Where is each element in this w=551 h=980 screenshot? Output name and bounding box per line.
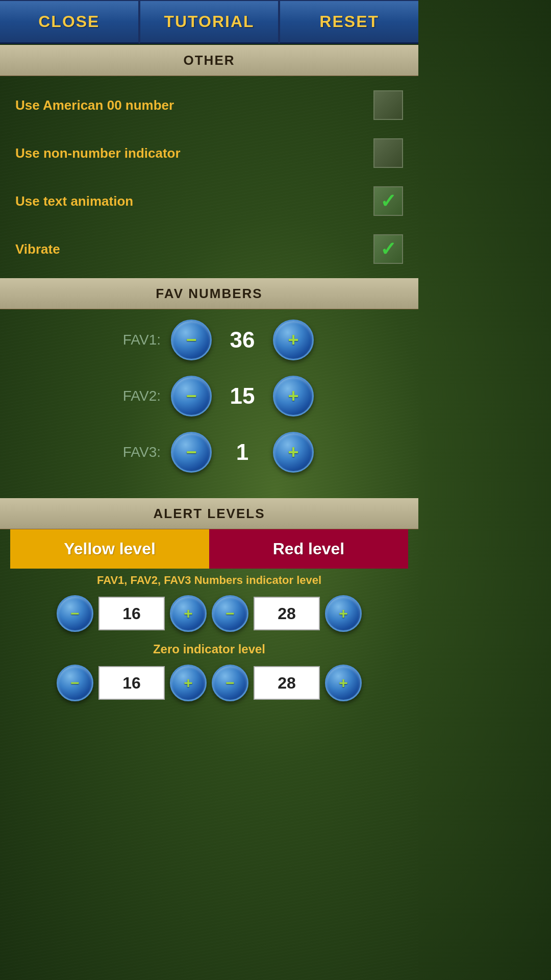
setting-label-text-animation: Use text animation (15, 193, 133, 209)
fav2-value: 15 (222, 383, 263, 409)
alert-zero-label: Zero indicator level (10, 642, 408, 656)
setting-label-vibrate: Vibrate (15, 241, 60, 257)
fav1-increment-button[interactable]: + (273, 320, 314, 360)
other-section-header: OTHER (0, 45, 418, 76)
alert-zero-controls: − 16 + − 28 + (10, 665, 408, 701)
plus-icon-4: + (184, 606, 193, 621)
plus-icon-7: + (339, 675, 348, 691)
setting-row-text-animation: Use text animation ✓ (10, 177, 408, 225)
checkbox-text-animation[interactable]: ✓ (373, 186, 403, 216)
minus-icon-6: − (70, 675, 80, 691)
alert-fav-val2-input[interactable]: 28 (254, 597, 320, 630)
reset-button[interactable]: RESET (279, 0, 418, 44)
checkmark-icon: ✓ (380, 191, 396, 211)
fav2-label: FAV2: (105, 388, 161, 404)
alert-fav-val1-increment-button[interactable]: + (170, 595, 207, 632)
plus-icon-3: + (288, 443, 298, 461)
close-button[interactable]: CLOSE (0, 0, 139, 44)
checkbox-non-number[interactable] (373, 138, 403, 168)
setting-row-non-number: Use non-number indicator (10, 129, 408, 177)
checkmark-icon-2: ✓ (380, 239, 396, 259)
fav1-value: 36 (222, 327, 263, 353)
fav3-row: FAV3: − 1 + (15, 432, 403, 473)
alert-fav-val1-input[interactable]: 16 (98, 597, 165, 630)
yellow-level-indicator: Yellow level (10, 529, 209, 569)
minus-icon: − (186, 331, 196, 349)
fav2-row: FAV2: − 15 + (15, 376, 403, 416)
plus-icon: + (288, 331, 298, 349)
alert-fav-label: FAV1, FAV2, FAV3 Numbers indicator level (10, 574, 408, 587)
alert-zero-val1-input[interactable]: 16 (98, 666, 165, 700)
alert-zero-val1-increment-button[interactable]: + (170, 665, 207, 701)
plus-icon-6: + (184, 675, 193, 691)
checkbox-american-00[interactable] (373, 90, 403, 120)
settings-section: Use American 00 number Use non-number in… (0, 76, 418, 278)
minus-icon-5: − (226, 606, 235, 621)
minus-icon-4: − (70, 606, 80, 621)
alert-levels-section: Yellow level Red level FAV1, FAV2, FAV3 … (0, 529, 418, 722)
red-level-indicator: Red level (209, 529, 408, 569)
plus-icon-2: + (288, 387, 298, 405)
top-bar: CLOSE TUTORIAL RESET (0, 0, 418, 45)
setting-row-american-00: Use American 00 number (10, 81, 408, 129)
fav1-label: FAV1: (105, 332, 161, 348)
fav2-decrement-button[interactable]: − (171, 376, 212, 416)
alert-fav-val2-increment-button[interactable]: + (325, 595, 362, 632)
alert-fav-val2-decrement-button[interactable]: − (212, 595, 248, 632)
fav3-decrement-button[interactable]: − (171, 432, 212, 473)
tutorial-button[interactable]: TUTORIAL (139, 0, 280, 44)
minus-icon-3: − (186, 443, 196, 461)
setting-row-vibrate: Vibrate ✓ (10, 225, 408, 273)
fav-numbers-section-header: FAV NUMBERS (0, 278, 418, 309)
minus-icon-2: − (186, 387, 196, 405)
minus-icon-7: − (226, 675, 235, 691)
fav3-label: FAV3: (105, 444, 161, 460)
alert-bar: Yellow level Red level (10, 529, 408, 569)
fav2-increment-button[interactable]: + (273, 376, 314, 416)
alert-zero-val1-decrement-button[interactable]: − (57, 665, 93, 701)
alert-levels-section-header: ALERT LEVELS (0, 498, 418, 529)
alert-zero-val2-input[interactable]: 28 (254, 666, 320, 700)
alert-fav-val1-decrement-button[interactable]: − (57, 595, 93, 632)
fav1-decrement-button[interactable]: − (171, 320, 212, 360)
fav1-row: FAV1: − 36 + (15, 320, 403, 360)
alert-zero-val2-increment-button[interactable]: + (325, 665, 362, 701)
fav-numbers-section: FAV1: − 36 + FAV2: − 15 + FAV3: − (0, 309, 418, 498)
fav3-value: 1 (222, 439, 263, 465)
plus-icon-5: + (339, 606, 348, 621)
setting-label-non-number: Use non-number indicator (15, 145, 181, 161)
alert-fav-controls: − 16 + − 28 + (10, 595, 408, 632)
setting-label-american-00: Use American 00 number (15, 97, 174, 113)
alert-zero-val2-decrement-button[interactable]: − (212, 665, 248, 701)
fav3-increment-button[interactable]: + (273, 432, 314, 473)
checkbox-vibrate[interactable]: ✓ (373, 234, 403, 264)
